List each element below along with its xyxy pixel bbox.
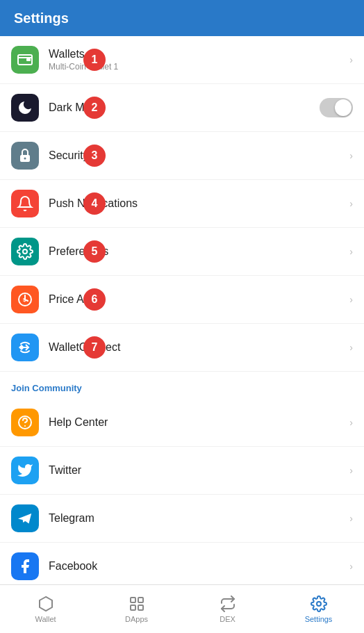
push-notifications-icon <box>11 190 39 217</box>
svg-rect-1 <box>26 58 31 61</box>
nav-item-settings[interactable]: Settings <box>273 590 364 629</box>
settings-list: Wallets Multi-Coin Wallet 1 1 › Dark Mod… <box>0 36 364 633</box>
settings-item-telegram[interactable]: Telegram › <box>0 495 364 543</box>
nav-settings-label: Settings <box>305 615 333 623</box>
facebook-label: Facebook <box>49 560 349 573</box>
nav-wallet-label: Wallet <box>35 615 56 623</box>
price-alerts-label: Price Alerts <box>49 293 349 306</box>
nav-item-dex[interactable]: DEX <box>182 590 273 629</box>
help-center-icon <box>11 409 39 436</box>
bottom-nav: Wallet DApps DEX Settings <box>0 584 364 633</box>
wallet-connect-chevron: › <box>349 342 353 353</box>
dark-mode-toggle[interactable] <box>320 98 353 117</box>
help-center-chevron: › <box>349 417 353 428</box>
svg-point-10 <box>24 425 26 427</box>
header: Settings <box>0 0 364 36</box>
settings-item-security[interactable]: Security 3 › <box>0 132 364 180</box>
push-notifications-label: Push Notifications <box>49 197 349 210</box>
settings-item-dark-mode[interactable]: Dark Mode 2 <box>0 84 364 132</box>
wallets-chevron: › <box>349 54 353 65</box>
help-center-label: Help Center <box>49 416 349 429</box>
nav-dex-icon <box>220 595 236 612</box>
twitter-label: Twitter <box>49 464 349 477</box>
svg-rect-23 <box>138 605 143 610</box>
price-alerts-icon: $ <box>11 286 39 313</box>
settings-item-twitter[interactable]: Twitter › <box>0 447 364 495</box>
settings-item-facebook[interactable]: Facebook › <box>0 543 364 591</box>
telegram-chevron: › <box>349 513 353 524</box>
twitter-icon <box>11 457 39 484</box>
telegram-icon <box>11 504 39 532</box>
svg-point-4 <box>24 158 26 160</box>
settings-item-wallet-connect[interactable]: WalletConnect 7 › <box>0 324 364 372</box>
nav-item-wallet[interactable]: Wallet <box>0 590 91 629</box>
preferences-label: Preferences <box>49 245 349 258</box>
facebook-icon <box>11 552 39 580</box>
nav-wallet-icon <box>38 595 54 612</box>
wallets-label: Wallets <box>49 48 349 60</box>
nav-dex-label: DEX <box>220 615 235 623</box>
main-content: Wallets Multi-Coin Wallet 1 1 › Dark Mod… <box>0 36 364 633</box>
wallets-icon <box>11 46 39 74</box>
svg-point-24 <box>317 602 321 606</box>
nav-item-dapps[interactable]: DApps <box>91 590 182 629</box>
security-icon <box>11 142 39 170</box>
push-notifications-chevron: › <box>349 198 353 209</box>
settings-item-price-alerts[interactable]: $ Price Alerts 6 › <box>0 276 364 324</box>
settings-item-help-center[interactable]: Help Center › <box>0 399 364 447</box>
nav-settings-icon <box>311 595 327 612</box>
dark-mode-label: Dark Mode <box>49 101 320 114</box>
telegram-label: Telegram <box>49 512 349 525</box>
settings-item-wallets[interactable]: Wallets Multi-Coin Wallet 1 1 › <box>0 36 364 84</box>
svg-rect-21 <box>138 598 143 602</box>
settings-item-preferences[interactable]: Preferences 5 › <box>0 228 364 276</box>
price-alerts-chevron: › <box>349 294 353 305</box>
nav-dapps-icon <box>129 595 145 612</box>
wallets-sublabel: Multi-Coin Wallet 1 <box>49 62 349 72</box>
wallet-connect-icon <box>11 334 39 361</box>
nav-dapps-label: DApps <box>125 615 148 623</box>
wallets-label-wrap: Wallets Multi-Coin Wallet 1 <box>49 48 349 72</box>
dark-mode-icon <box>11 94 39 122</box>
wallet-connect-label: WalletConnect <box>49 341 349 354</box>
page-title: Settings <box>14 10 69 26</box>
security-chevron: › <box>349 150 353 161</box>
svg-text:$: $ <box>23 297 26 303</box>
preferences-chevron: › <box>349 246 353 257</box>
svg-rect-22 <box>131 605 135 610</box>
svg-point-5 <box>23 249 27 254</box>
svg-rect-20 <box>131 598 135 602</box>
settings-item-push-notifications[interactable]: Push Notifications 4 › <box>0 180 364 228</box>
facebook-chevron: › <box>349 561 353 572</box>
twitter-chevron: › <box>349 465 353 476</box>
community-section-label: Join Community <box>0 372 364 399</box>
preferences-icon <box>11 238 39 265</box>
security-label: Security <box>49 149 349 162</box>
